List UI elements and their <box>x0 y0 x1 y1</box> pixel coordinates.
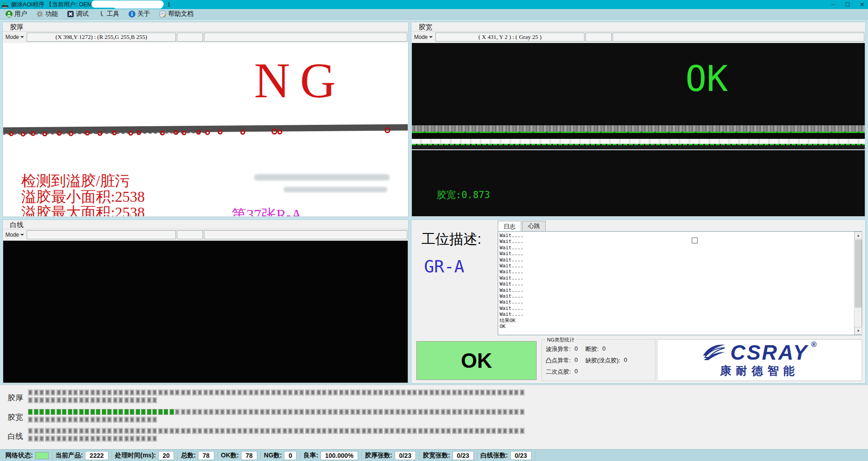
progress-square-empty <box>107 436 112 442</box>
value-box <box>177 33 203 42</box>
brand-name: CSRAY <box>730 342 808 363</box>
mode-dropdown[interactable]: Mode <box>412 33 434 41</box>
progress-square-empty <box>509 390 513 395</box>
progress-square-empty <box>509 409 513 415</box>
progress-square-empty <box>446 390 451 395</box>
scroll-up-icon[interactable]: ▲ <box>854 232 862 239</box>
progress-square-empty <box>107 428 112 434</box>
scroll-down-icon[interactable]: ▼ <box>854 327 862 335</box>
log-line: Wait.... <box>500 281 853 287</box>
progress-square-empty <box>130 428 134 434</box>
maximize-button[interactable]: ☐ <box>845 0 850 9</box>
menu-item-gear[interactable]: 功能 <box>33 9 64 19</box>
tab-heartbeat[interactable]: 心跳 <box>522 221 546 231</box>
progress-square-empty <box>73 417 78 423</box>
scrollbar-thumb[interactable] <box>855 240 862 308</box>
progress-square-empty <box>90 428 95 434</box>
progress-square-empty <box>356 409 360 415</box>
progress-square-empty <box>102 390 106 395</box>
progress-square-filled <box>102 409 106 415</box>
progress-square-empty <box>96 390 100 395</box>
menu-item-help-doc[interactable]: 帮助文档 <box>156 9 200 19</box>
progress-square-empty <box>34 428 38 434</box>
progress-square-empty <box>407 428 411 434</box>
progress-square-empty <box>181 409 185 415</box>
progress-square-empty <box>446 428 451 434</box>
progress-square-empty <box>316 390 321 395</box>
progress-indicator-area: 胶厚胶宽白线 <box>0 385 868 449</box>
progress-square-empty <box>28 436 33 442</box>
progress-square-empty <box>378 390 383 395</box>
panel-glue-thickness: 胶厚 Mode (X 398,Y 1272) : (R 255,G 255,B … <box>2 22 409 217</box>
glue-width-image[interactable]: OK 胶宽:0.873 <box>412 43 865 216</box>
info-box <box>204 230 407 239</box>
progress-square-filled <box>90 409 95 415</box>
progress-square-empty <box>407 409 411 415</box>
mode-dropdown[interactable]: Mode <box>4 33 26 41</box>
progress-square-empty <box>429 409 434 415</box>
progress-square-empty <box>283 428 287 434</box>
user-icon <box>5 10 13 18</box>
progress-square-empty <box>85 390 89 395</box>
progress-square-empty <box>192 409 197 415</box>
progress-square-empty <box>373 409 377 415</box>
progress-square-empty <box>215 428 219 434</box>
progress-square-empty <box>186 409 191 415</box>
mode-dropdown[interactable]: Mode <box>4 231 26 238</box>
progress-square-empty <box>147 428 151 434</box>
progress-square-empty <box>311 409 315 415</box>
white-line-image[interactable] <box>3 241 408 383</box>
progress-square-empty <box>333 409 338 415</box>
status-field: 处理时间(ms):20 <box>112 451 178 460</box>
progress-square-empty <box>118 417 123 423</box>
progress-square-empty <box>113 397 118 403</box>
progress-square-empty <box>446 409 451 415</box>
network-status-label: 网络状态: <box>5 451 33 460</box>
log-checkbox[interactable] <box>692 238 698 243</box>
progress-square-empty <box>85 417 89 423</box>
progress-square-empty <box>429 390 434 395</box>
progress-square-empty <box>458 409 462 415</box>
menu-item-tools[interactable]: 工具 <box>95 9 126 19</box>
progress-square-empty <box>130 397 134 403</box>
progress-square-empty <box>243 390 247 395</box>
frame-overlay-text: 第37张R-A <box>231 205 302 216</box>
menu-item-debug[interactable]: 调试 <box>64 9 95 19</box>
progress-square-empty <box>198 390 202 395</box>
panel-title: 白线 <box>3 220 408 229</box>
progress-square-empty <box>62 417 66 423</box>
progress-square-empty <box>305 428 310 434</box>
progress-square-empty <box>118 397 123 403</box>
progress-square-empty <box>265 409 270 415</box>
log-panel: Wait....Wait....Wait....Wait....Wait....… <box>498 231 862 335</box>
progress-square-empty <box>170 428 174 434</box>
progress-row <box>28 436 158 442</box>
progress-square-empty <box>181 428 185 434</box>
progress-square-empty <box>339 409 344 415</box>
progress-square-empty <box>339 428 344 434</box>
progress-square-empty <box>57 390 61 395</box>
close-button[interactable]: ✕ <box>860 0 864 9</box>
minimize-button[interactable]: ─ <box>831 0 835 9</box>
log-scrollbar[interactable]: ▲ ▼ <box>854 232 862 335</box>
progress-square-empty <box>299 409 304 415</box>
log-line: Wait.... <box>500 275 853 281</box>
progress-square-empty <box>68 390 72 395</box>
progress-square-empty <box>249 390 253 395</box>
progress-square-empty <box>322 409 326 415</box>
status-value: 2222 <box>85 451 108 460</box>
progress-square-empty <box>136 397 140 403</box>
progress-square-empty <box>294 428 298 434</box>
glue-thickness-image[interactable]: NG 检测到溢胶/脏污溢胶最小面积:2538溢胶最大面积:2538 第37张R-… <box>3 43 408 216</box>
progress-square-empty <box>118 436 123 442</box>
overall-result-button[interactable]: OK <box>416 341 537 380</box>
progress-square-empty <box>463 409 468 415</box>
progress-row <box>28 397 158 403</box>
tab-log[interactable]: 日志 <box>498 221 521 232</box>
menu-item-user[interactable]: 用户 <box>3 9 33 19</box>
progress-square-empty <box>209 390 213 395</box>
log-line: Wait.... <box>500 263 853 269</box>
progress-square-empty <box>51 436 55 442</box>
progress-square-empty <box>254 390 259 395</box>
menu-item-about[interactable]: 关于 <box>126 9 156 19</box>
